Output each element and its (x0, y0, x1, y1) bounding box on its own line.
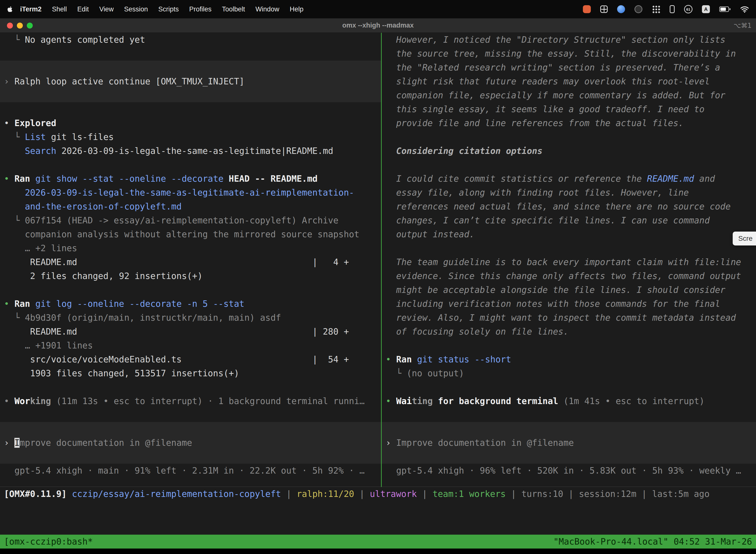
elided-line: … +2 lines (0, 241, 381, 255)
diffstat-line: README.md | 4 + (0, 255, 381, 269)
terminal-line (0, 158, 381, 172)
reasoning-line: of focusing solely on file lines. (382, 325, 756, 339)
desktop-screen: iTerm2ShellEditViewSessionScriptsProfile… (0, 0, 756, 554)
commit-line: └ 4b9d30f (origin/main, instructkr/main,… (0, 311, 381, 325)
reasoning-line: companion file, especially if more comme… (382, 88, 756, 102)
window-title: omx --xhigh --madmax (342, 21, 414, 29)
zoom-button[interactable] (27, 22, 33, 29)
ran-git-show: • Ran git show --stat --oneline --decora… (0, 172, 381, 186)
ran-git-log: • Ran git log --oneline --decorate -n 5 … (0, 297, 381, 311)
filename-line: 2026-03-09-is-legal-the-same-as-legitima… (0, 186, 381, 200)
waiting-status: • Waiting for background terminal (1m 41… (382, 394, 756, 408)
menu-shell[interactable]: Shell (47, 5, 72, 13)
screen-popup[interactable]: Scre (733, 232, 756, 245)
grid-app-icon[interactable] (600, 5, 608, 13)
explored-header: • Explored (0, 116, 381, 130)
pane-divider[interactable] (381, 33, 382, 487)
terminal-line (0, 283, 381, 297)
battery-icon[interactable] (719, 6, 731, 12)
commit-line: companion analysis without altering the … (0, 227, 381, 241)
menu-iterm2[interactable]: iTerm2 (15, 5, 47, 13)
menu-items: iTerm2ShellEditViewSessionScriptsProfile… (5, 5, 583, 13)
reasoning-line: the source tree, missing the essay. Stil… (382, 47, 756, 61)
terminal-line (0, 408, 381, 422)
prompt-input[interactable]: › Improve documentation in @filename (382, 422, 756, 464)
window-title-bar[interactable]: omx --xhigh --madmax ⌥⌘1 (0, 18, 756, 33)
terminal-line (382, 130, 756, 144)
window-controls (7, 18, 33, 33)
terminal-line (382, 158, 756, 172)
explored-search: Search 2026-03-09-is-legal-the-same-as-l… (0, 144, 381, 158)
session-stats: gpt-5.4 xhigh · main · 91% left · 2.31M … (0, 464, 381, 478)
menu-session[interactable]: Session (119, 5, 153, 13)
commit-line: └ 067f154 (HEAD -> essay/ai-reimplementa… (0, 214, 381, 227)
session-stats: gpt-5.4 xhigh · 96% left · 520K in · 5.8… (382, 464, 756, 478)
agents-status-line: └ No agents completed yet (0, 33, 381, 47)
tmux-status-bar: [omx-cczip0:bash* "MacBook-Pro-44.local"… (0, 535, 756, 549)
reasoning-line: review. Also, I might want to inspect th… (382, 311, 756, 325)
reasoning-line: provide file and line references from th… (382, 116, 756, 130)
reasoning-line: the "Related research writing" section i… (382, 61, 756, 74)
terminal-line (0, 102, 381, 116)
blue-app-icon[interactable] (617, 5, 625, 13)
apple-logo-icon[interactable] (7, 6, 12, 12)
omx-status-area: [OMX#0.11.9] cczip/essay/ai-reimplementa… (0, 487, 756, 501)
diffstat-summary: 2 files changed, 92 insertions(+) (0, 269, 381, 283)
close-button[interactable] (7, 22, 13, 29)
explored-list: └ List git ls-files (0, 130, 381, 144)
reasoning-line: I could cite commit statistics or refere… (382, 172, 756, 186)
diffstat-line: README.md | 280 + (0, 325, 381, 339)
reasoning-line: However, I noticed the "Directory Struct… (382, 33, 756, 47)
reasoning-line: references need actual files, and since … (382, 200, 756, 214)
elided-line: … +1901 lines (0, 339, 381, 352)
menu-scripts[interactable]: Scripts (153, 5, 184, 13)
terminal-line (0, 47, 381, 61)
diffstat-line: src/voice/voiceModeEnabled.ts | 54 + (0, 352, 381, 366)
keyboard-layout-icon[interactable]: A (702, 5, 710, 13)
omx-status-bar: [OMX#0.11.9] cczip/essay/ai-reimplementa… (0, 487, 756, 501)
dots-grid-icon[interactable] (652, 5, 660, 13)
terminal-line (382, 408, 756, 422)
iterm2-window: omx --xhigh --madmax ⌥⌘1 └ No agents com… (0, 18, 756, 549)
dark-app-icon[interactable] (634, 5, 642, 13)
reasoning-line: evidence. Since this change only affects… (382, 269, 756, 283)
terminal-line (382, 241, 756, 255)
menu-status-icons: 61A (583, 5, 751, 13)
menu-view[interactable]: View (94, 5, 119, 13)
window-shortcut-hint: ⌥⌘1 (734, 22, 752, 29)
screen-recording-indicator[interactable] (583, 5, 591, 13)
command-output: └ (no output) (382, 366, 756, 380)
minimize-button[interactable] (17, 22, 23, 29)
menu-help[interactable]: Help (285, 5, 309, 13)
reasoning-line: changes, I can’t cite specific file line… (382, 214, 756, 227)
wifi-icon[interactable] (740, 6, 749, 13)
menu-toolbelt[interactable]: Toolbelt (217, 5, 250, 13)
reasoning-line: essay file, along with finding root file… (382, 186, 756, 200)
menu-profiles[interactable]: Profiles (184, 5, 217, 13)
reasoning-line: including verification notes with those … (382, 297, 756, 311)
diffstat-summary: 1903 files changed, 513517 insertions(+) (0, 366, 381, 380)
prompt-input[interactable]: › Improve documentation in @filename (0, 422, 381, 464)
left-pane[interactable]: └ No agents completed yet› Ralph loop ac… (0, 33, 381, 478)
right-pane[interactable]: However, I noticed the "Directory Struct… (382, 33, 756, 478)
menu-edit[interactable]: Edit (72, 5, 94, 13)
reasoning-line: might be acceptable alongside the file l… (382, 283, 756, 297)
menu-window[interactable]: Window (250, 5, 285, 13)
percent-badge-icon[interactable]: 61 (684, 5, 693, 13)
tmux-host-clock: "MacBook-Pro-44.local" 04:52 31-Mar-26 (553, 537, 752, 547)
phone-mirroring-icon[interactable] (670, 5, 675, 13)
terminal-line (382, 339, 756, 352)
working-status: • Working (11m 13s • esc to interrupt) ·… (0, 394, 381, 408)
reasoning-line: The team guideline is to back every impo… (382, 255, 756, 269)
ran-git-status: • Ran git status --short (382, 352, 756, 366)
reasoning-line: output instead. (382, 227, 756, 241)
terminal-line (0, 380, 381, 394)
text-cursor[interactable]: I (14, 438, 19, 448)
reasoning-header: Considering citation options (382, 144, 756, 158)
ralph-loop-banner: › Ralph loop active continue [OMX_TMUX_I… (0, 61, 381, 102)
terminal-line (382, 380, 756, 394)
terminal-area: └ No agents completed yet› Ralph loop ac… (0, 33, 756, 535)
macos-menu-bar: iTerm2ShellEditViewSessionScriptsProfile… (0, 0, 756, 18)
tmux-session-info: [omx-cczip0:bash* (4, 537, 93, 547)
filename-line: and-the-erosion-of-copyleft.md (0, 200, 381, 214)
